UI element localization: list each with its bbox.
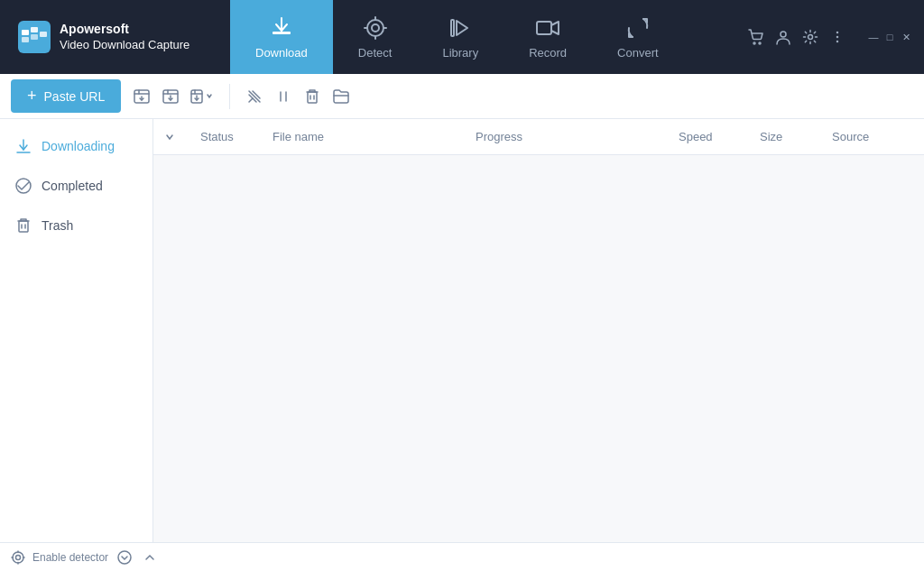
svg-point-8 <box>367 20 383 36</box>
trash-label: Trash <box>42 218 73 233</box>
main-content: Downloading Completed Trash <box>0 119 924 542</box>
completed-label: Completed <box>42 179 103 193</box>
svg-rect-5 <box>40 32 47 37</box>
app-full-name: Video Download Capture <box>60 38 189 53</box>
close-button[interactable]: ✕ <box>899 30 913 44</box>
title-bar: Apowersoft Video Download Capture Downlo… <box>0 0 924 74</box>
completed-icon <box>14 177 32 195</box>
svg-point-9 <box>372 24 379 32</box>
svg-rect-15 <box>451 20 454 36</box>
brand-name: Apowersoft <box>60 21 189 37</box>
sidebar: Downloading Completed Trash <box>0 119 153 542</box>
toolbar-btn-group-1 <box>128 83 218 110</box>
record-tab-label: Record <box>529 46 567 60</box>
minimize-button[interactable]: — <box>866 30 881 44</box>
svg-rect-3 <box>31 27 38 32</box>
toolbar-divider-1 <box>229 84 230 109</box>
paste-url-button[interactable]: + Paste URL <box>11 79 121 113</box>
svg-point-23 <box>837 41 838 42</box>
svg-point-18 <box>759 42 761 44</box>
detect-tab-icon <box>363 15 388 41</box>
col-source-header: Source <box>832 130 913 143</box>
svg-rect-4 <box>31 34 38 40</box>
trash-icon <box>14 216 32 235</box>
table-area: Status File name Progress Speed Size Sou… <box>153 119 924 542</box>
convert-tab-label: Convert <box>617 46 659 60</box>
sidebar-item-trash[interactable]: Trash <box>0 206 152 245</box>
svg-rect-40 <box>308 92 317 103</box>
svg-rect-6 <box>273 32 291 34</box>
svg-point-22 <box>837 37 838 38</box>
dropdown-arrow-icon[interactable] <box>164 132 175 143</box>
col-speed-header: Speed <box>679 130 760 143</box>
col-check <box>164 132 200 143</box>
svg-point-55 <box>118 551 131 564</box>
detect-tab-label: Detect <box>358 46 393 60</box>
svg-point-20 <box>808 35 813 40</box>
convert-tab-icon <box>625 15 651 41</box>
toolbar-btn-group-2 <box>241 83 355 110</box>
svg-rect-1 <box>22 30 29 35</box>
svg-rect-16 <box>537 22 551 34</box>
app-logo: Apowersoft Video Download Capture <box>0 21 230 53</box>
col-filename-header: File name <box>273 130 476 143</box>
tab-download[interactable]: Download <box>230 0 333 74</box>
pin-button[interactable] <box>241 83 268 110</box>
paste-url-label: Paste URL <box>44 89 106 104</box>
pause-button[interactable] <box>270 83 297 110</box>
status-down-button[interactable] <box>116 548 134 566</box>
settings-icon[interactable] <box>799 26 821 48</box>
maximize-button[interactable]: □ <box>882 30 897 44</box>
delete-button[interactable] <box>299 83 326 110</box>
tab-detect[interactable]: Detect <box>333 0 418 74</box>
user-icon[interactable] <box>772 26 794 48</box>
table-header: Status File name Progress Speed Size Sou… <box>153 119 924 155</box>
svg-point-49 <box>13 552 23 563</box>
svg-marker-14 <box>457 21 467 35</box>
record-tab-icon <box>535 15 560 41</box>
cart-icon[interactable] <box>745 26 767 48</box>
window-controls: — □ ✕ <box>855 0 924 74</box>
enable-detector-label: Enable detector <box>32 551 108 564</box>
svg-point-21 <box>837 32 838 33</box>
table-body <box>153 155 924 542</box>
download-dropdown-button[interactable] <box>186 83 218 110</box>
downloading-icon <box>14 137 32 155</box>
sidebar-item-downloading[interactable]: Downloading <box>0 126 152 166</box>
status-up-button[interactable] <box>141 548 159 566</box>
col-size-header: Size <box>760 130 832 143</box>
download-tab-label: Download <box>255 46 308 60</box>
import-browser-button[interactable] <box>128 83 155 110</box>
svg-point-17 <box>753 42 755 44</box>
header-icons <box>738 26 855 48</box>
col-progress-header: Progress <box>476 130 679 143</box>
open-folder-button[interactable] <box>328 83 355 110</box>
svg-rect-46 <box>19 221 28 232</box>
nav-tabs: Download Detect Library <box>230 0 738 74</box>
svg-point-50 <box>16 555 21 559</box>
svg-rect-2 <box>22 37 29 42</box>
tab-library[interactable]: Library <box>417 0 504 74</box>
tab-convert[interactable]: Convert <box>592 0 684 74</box>
library-tab-label: Library <box>442 46 478 60</box>
plus-icon: + <box>27 87 37 106</box>
library-tab-icon <box>448 15 473 41</box>
toolbar: + Paste URL <box>0 74 924 119</box>
col-status-header: Status <box>200 130 273 143</box>
app-icon <box>18 21 51 53</box>
sidebar-item-completed[interactable]: Completed <box>0 166 152 206</box>
enable-detector-icon <box>11 550 25 565</box>
svg-line-37 <box>249 98 253 102</box>
downloading-label: Downloading <box>42 139 115 153</box>
download-button[interactable] <box>157 83 184 110</box>
app-name: Apowersoft Video Download Capture <box>60 21 189 52</box>
status-bar: Enable detector <box>0 542 924 571</box>
download-tab-icon <box>269 15 294 41</box>
tab-record[interactable]: Record <box>504 0 592 74</box>
more-icon[interactable] <box>827 26 848 48</box>
svg-point-19 <box>781 32 786 37</box>
